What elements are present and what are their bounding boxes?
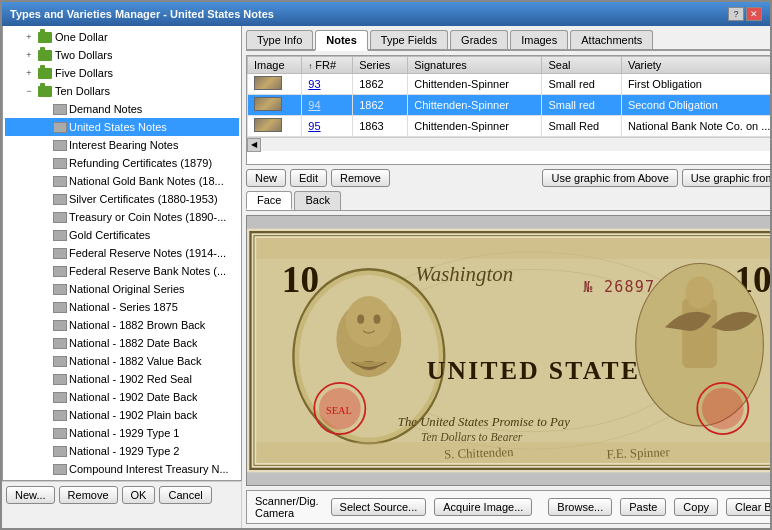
clear-bitmap-button[interactable]: Clear Bitmap (726, 498, 770, 516)
expand-icon (37, 371, 53, 387)
col-variety[interactable]: Variety (621, 57, 770, 74)
scroll-left-btn[interactable]: ◀ (247, 138, 261, 152)
svg-text:Washington: Washington (415, 262, 513, 286)
cell-seal: Small Red (542, 116, 621, 137)
col-signatures[interactable]: Signatures (408, 57, 542, 74)
notes-table-header: Image ↑ FR# Series Signatures Seal Varie… (248, 57, 771, 74)
tree-item-nat-1882-date[interactable]: National - 1882 Date Back (5, 334, 239, 352)
svg-point-11 (357, 315, 364, 324)
col-image[interactable]: Image (248, 57, 302, 74)
tree-item-nat-original[interactable]: National Original Series (5, 280, 239, 298)
right-panel: Type Info Notes Type Fields Grades Image… (242, 26, 770, 528)
expand-icon: + (21, 65, 37, 81)
main-tab-bar: Type Info Notes Type Fields Grades Image… (246, 30, 770, 51)
tree-item-compound-interest[interactable]: Compound Interest Treasury N... (5, 460, 239, 478)
ok-button[interactable]: OK (122, 486, 156, 504)
use-below-button[interactable]: Use graphic from Below (682, 169, 770, 187)
table-row[interactable]: 93 1862 Chittenden-Spinner Small red Fir… (248, 74, 771, 95)
fr-link[interactable]: 95 (308, 120, 320, 132)
tree-item-label: Gold Certificates (69, 229, 150, 241)
fr-link[interactable]: 94 (308, 99, 320, 111)
tab-notes[interactable]: Notes (315, 30, 368, 51)
new-note-button[interactable]: New (246, 169, 286, 187)
tab-back[interactable]: Back (294, 191, 340, 210)
doc-icon (53, 410, 67, 421)
use-above-button[interactable]: Use graphic from Above (542, 169, 677, 187)
folder-icon (37, 67, 53, 79)
tree-item-five-dollars[interactable]: + Five Dollars (5, 64, 239, 82)
tree-item-ten-dollars[interactable]: − Ten Dollars (5, 82, 239, 100)
tree-item-gold-certs[interactable]: Gold Certificates (5, 226, 239, 244)
tree-item-label: National - Series 1875 (69, 301, 178, 313)
cell-series: 1863 (353, 116, 408, 137)
expand-icon (37, 443, 53, 459)
tree-item-nat-1929-type1[interactable]: National - 1929 Type 1 (5, 424, 239, 442)
close-button[interactable]: ✕ (746, 7, 762, 21)
expand-icon (37, 209, 53, 225)
tree-item-nat-1929-type2[interactable]: National - 1929 Type 2 (5, 442, 239, 460)
tree-item-one-dollar[interactable]: + One Dollar (5, 28, 239, 46)
browse-button[interactable]: Browse... (548, 498, 612, 516)
tree-item-two-dollars[interactable]: + Two Dollars (5, 46, 239, 64)
tree-item-interest-bearing[interactable]: Interest Bearing Notes (5, 136, 239, 154)
scanner-label: Scanner/Dig. Camera (255, 495, 319, 519)
tree-item-label: Silver Certificates (1880-1953) (69, 193, 218, 205)
copy-button[interactable]: Copy (674, 498, 718, 516)
tree-item-us-notes[interactable]: United States Notes (5, 118, 239, 136)
fr-link[interactable]: 93 (308, 78, 320, 90)
left-bottom-buttons: New... Remove OK Cancel (2, 481, 241, 508)
tree-item-fed-reserve-1914[interactable]: Federal Reserve Notes (1914-... (5, 244, 239, 262)
cell-variety: First Obligation (621, 74, 770, 95)
scroll-track (261, 140, 770, 150)
tab-type-fields[interactable]: Type Fields (370, 30, 448, 49)
tree-item-demand-notes[interactable]: Demand Notes (5, 100, 239, 118)
table-row[interactable]: 95 1863 Chittenden-Spinner Small Red Nat… (248, 116, 771, 137)
doc-icon (53, 392, 67, 403)
col-series[interactable]: Series (353, 57, 408, 74)
acquire-image-button[interactable]: Acquire Image... (434, 498, 532, 516)
folder-icon (37, 85, 53, 97)
tab-grades[interactable]: Grades (450, 30, 508, 49)
cancel-button[interactable]: Cancel (159, 486, 211, 504)
select-source-button[interactable]: Select Source... (331, 498, 427, 516)
doc-icon (53, 248, 67, 259)
tree-item-nat-gold-bank[interactable]: National Gold Bank Notes (18... (5, 172, 239, 190)
tree-item-nat-1902-plain[interactable]: National - 1902 Plain back (5, 406, 239, 424)
new-type-button[interactable]: New... (6, 486, 55, 504)
remove-type-button[interactable]: Remove (59, 486, 118, 504)
tree-item-nat-1902-date[interactable]: National - 1902 Date Back (5, 388, 239, 406)
tree-item-refunding[interactable]: Refunding Certificates (1879) (5, 154, 239, 172)
tree-item-treasury-coin[interactable]: Treasury or Coin Notes (1890-... (5, 208, 239, 226)
cell-fr: 93 (302, 74, 353, 95)
tree-item-nat-1902-red[interactable]: National - 1902 Red Seal (5, 370, 239, 388)
tab-face[interactable]: Face (246, 191, 292, 210)
table-row[interactable]: 94 1862 Chittenden-Spinner Small red Sec… (248, 95, 771, 116)
cell-series: 1862 (353, 95, 408, 116)
expand-icon (37, 137, 53, 153)
expand-icon (37, 353, 53, 369)
expand-icon: − (21, 83, 37, 99)
notes-table-container[interactable]: Image ↑ FR# Series Signatures Seal Varie… (246, 55, 770, 165)
doc-icon (53, 428, 67, 439)
horizontal-scrollbar[interactable]: ◀ ▶ (247, 137, 770, 151)
main-window: Types and Varieties Manager - United Sta… (0, 0, 772, 530)
doc-icon (53, 122, 67, 133)
svg-rect-30 (256, 238, 770, 259)
tree-item-nat-1882-brown[interactable]: National - 1882 Brown Back (5, 316, 239, 334)
paste-button[interactable]: Paste (620, 498, 666, 516)
tree-item-nat-1882-value[interactable]: National - 1882 Value Back (5, 352, 239, 370)
tab-type-info[interactable]: Type Info (246, 30, 313, 49)
tree-item-label: Federal Reserve Bank Notes (... (69, 265, 226, 277)
remove-note-button[interactable]: Remove (331, 169, 390, 187)
tree-item-nat-1875[interactable]: National - Series 1875 (5, 298, 239, 316)
col-seal[interactable]: Seal (542, 57, 621, 74)
tab-images[interactable]: Images (510, 30, 568, 49)
tree-item-fed-reserve-bank[interactable]: Federal Reserve Bank Notes (... (5, 262, 239, 280)
tab-attachments[interactable]: Attachments (570, 30, 653, 49)
tree-item-silver-certs[interactable]: Silver Certificates (1880-1953) (5, 190, 239, 208)
help-button[interactable]: ? (728, 7, 744, 21)
doc-icon (53, 104, 67, 115)
folder-icon (37, 31, 53, 43)
col-fr[interactable]: ↑ FR# (302, 57, 353, 74)
edit-note-button[interactable]: Edit (290, 169, 327, 187)
